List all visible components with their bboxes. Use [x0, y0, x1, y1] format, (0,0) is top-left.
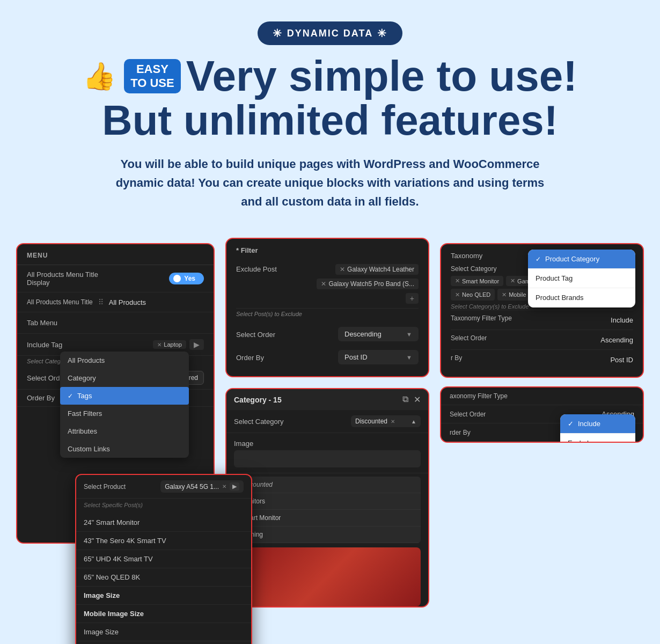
exclude-tag-1-close[interactable]: ✕	[340, 266, 345, 273]
product-expand-btn[interactable]: ▶	[230, 482, 239, 491]
rtag-smart-monitor[interactable]: ✕ Smart Monitor	[451, 276, 503, 286]
filter-type-row: Taxonomy Filter Type Include	[451, 310, 633, 330]
select-product-label: Select Product	[84, 483, 126, 491]
exclude-post-hint: Select Post(s) to Exclude	[236, 309, 419, 323]
dropdown-custom-links-label: Custom Links	[68, 445, 110, 453]
rtag-smart-monitor-close[interactable]: ✕	[455, 277, 460, 284]
product-item-2[interactable]: 43" The Sero 4K Smart TV	[76, 532, 251, 550]
cat-image-label: Image	[234, 440, 253, 448]
cat-dropdown-item-monitors[interactable]: Monitors	[234, 493, 421, 510]
product-item-1[interactable]: 24" Smart Monitor	[76, 514, 251, 532]
rtag-mobile[interactable]: ✕ Mobile	[497, 289, 530, 301]
select-order-label: Select Order	[236, 330, 275, 339]
product-item-3[interactable]: 65" UHD 4K Smart TV	[76, 550, 251, 568]
select-order-dropdown[interactable]: Descending ▼	[338, 327, 419, 341]
dropdown-attributes[interactable]: Attributes	[60, 422, 189, 440]
logo-badge: EASY TO USE	[124, 59, 181, 94]
include-tag-label: Include Tag	[27, 341, 62, 349]
right-order-by-label: r By	[451, 354, 462, 362]
cat-header-icons: ⧉ ✕	[402, 394, 421, 405]
tag-laptop-value: Laptop	[164, 341, 182, 348]
product-select-value[interactable]: Galaxy A54 5G 1... ✕ ▶	[160, 480, 244, 493]
cat-copy-icon[interactable]: ⧉	[402, 394, 408, 405]
right-top-panel: Taxonomy ✓ Product Category Product Tag …	[440, 243, 644, 378]
dropdown-all-products[interactable]: All Products	[60, 352, 189, 369]
subtitle: You will be able to build unique pages w…	[110, 155, 550, 211]
product-value-text: Galaxy A54 5G 1...	[165, 483, 219, 491]
all-products-field-row: All Products Menu Title ⠿ All Products	[17, 292, 214, 312]
tax-dropdown-product-tag[interactable]: Product Tag	[528, 269, 635, 288]
right-bottom-panel: axonomy Filter Type Select Order Ascendi…	[440, 386, 644, 443]
exclude-post-add-btn[interactable]: +	[406, 293, 419, 304]
thumbs-icon: 👍	[83, 61, 116, 92]
tab-menu-label: Tab Menu	[27, 319, 57, 327]
row1-sublabel: Display	[27, 279, 98, 287]
row2-value: All Products	[109, 298, 204, 306]
exclude-post-value: ✕ Galaxy Watch4 Leather ✕ Galaxy Watch5 …	[317, 264, 419, 304]
order-by-label: Order By	[27, 394, 55, 402]
filter-panel: * Filter Exclude Post ✕ Galaxy Watch4 Le…	[225, 238, 429, 377]
cat-selected-value: Discounted	[355, 418, 387, 425]
dropdown-custom-links[interactable]: Custom Links	[60, 440, 189, 458]
cat-product-image	[234, 547, 421, 606]
cat-select-label: Select Category	[234, 418, 284, 426]
mobile-image-label: Mobile Image Size	[84, 610, 144, 618]
select-product-row: Select Product Galaxy A54 5G 1... ✕ ▶	[76, 475, 251, 499]
rtag-mobile-close[interactable]: ✕	[502, 291, 507, 298]
menu-dropdown-overlay: All Products Category ✓ Tags Fast Filter…	[60, 352, 189, 458]
cat-image-row: Image	[226, 433, 428, 473]
dropdown-fast-filters[interactable]: Fast Filters	[60, 405, 189, 422]
order-by-label2: Order By	[236, 353, 264, 362]
tab-menu-row: Tab Menu	[17, 312, 214, 334]
dropdown-category[interactable]: Category	[60, 369, 189, 387]
badge-snowflake-right: ✳	[377, 27, 387, 40]
product-clear-btn[interactable]: ✕	[222, 484, 226, 489]
panels-area: MENU All Products Menu Title Display Yes…	[11, 238, 649, 608]
product-item-galaxy[interactable]: Galaxy A54 5G	[76, 641, 251, 644]
filter-panel-title: * Filter	[236, 246, 419, 254]
order-by-dropdown[interactable]: Post ID ▼	[338, 350, 419, 364]
exclude-tag-1[interactable]: ✕ Galaxy Watch4 Leather	[335, 264, 419, 275]
drag-icon: ⠿	[98, 298, 104, 306]
cat-dropdown-item-smart-monitor[interactable]: Smart Monitor	[234, 510, 421, 526]
categories-panel: Category - 15 ⧉ ✕ Select Category Discou…	[225, 388, 429, 608]
tfd-include-check: ✓	[568, 420, 574, 428]
exclude-post-label: Exclude Post	[236, 264, 277, 273]
tax-dropdown-product-category[interactable]: ✓ Product Category	[528, 250, 635, 269]
rtag-gaming-close[interactable]: ✕	[510, 277, 515, 284]
select-order-arrow: ▼	[406, 331, 412, 338]
header-section: ✳ DYNAMIC DATA ✳ 👍 EASY TO USE Very simp…	[11, 21, 649, 211]
rpb-filter-type-label: axonomy Filter Type	[450, 392, 508, 400]
cat-dropdown-item-gaming[interactable]: Gaming	[234, 526, 421, 543]
exclude-tag-2-close[interactable]: ✕	[321, 280, 326, 288]
dropdown-tags[interactable]: ✓ Tags	[60, 387, 189, 405]
tag-laptop-close[interactable]: ✕	[157, 342, 162, 348]
cat-select-value[interactable]: Discounted ✕ ▲	[351, 415, 421, 427]
main-title-line2: But unlimited features!	[11, 98, 649, 144]
product-item-image-size2: Image Size	[76, 623, 251, 641]
cat-close-icon[interactable]: ✕	[414, 394, 421, 405]
toggle-yes[interactable]: Yes	[169, 273, 204, 284]
cat-dropdown-item-discounted[interactable]: Discounted	[234, 477, 421, 493]
all-products-row: All Products Menu Title Display Yes	[17, 265, 214, 292]
page-wrapper: ✳ DYNAMIC DATA ✳ 👍 EASY TO USE Very simp…	[0, 0, 660, 644]
add-tag-btn[interactable]: ▶	[189, 339, 204, 350]
cat-title: Category - 15	[234, 396, 282, 404]
tfd-include[interactable]: ✓ Include	[560, 414, 635, 434]
cat-image-input[interactable]	[234, 450, 421, 467]
cat-clear-btn[interactable]: ✕	[391, 419, 395, 425]
tag-laptop[interactable]: ✕ Laptop	[153, 340, 186, 349]
rtag-neo-qled[interactable]: ✕ Neo QLED	[451, 289, 495, 301]
badge-snowflake-left: ✳	[273, 27, 283, 40]
rtag-neo-qled-close[interactable]: ✕	[455, 291, 460, 298]
dropdown-attributes-label: Attributes	[68, 427, 97, 435]
exclude-tag-2[interactable]: ✕ Galaxy Watch5 Pro Band (S...	[317, 279, 419, 289]
tax-filter-dropdown: ✓ Include Exclude	[560, 414, 635, 443]
product-item-4[interactable]: 65" Neo QLED 8K	[76, 568, 251, 587]
tax-dropdown-product-brands[interactable]: Product Brands	[528, 288, 635, 308]
dropdown-category-label: Category	[68, 374, 96, 382]
tfd-exclude[interactable]: Exclude	[560, 434, 635, 443]
cat-arrow-up: ▲	[411, 419, 416, 425]
cat-select-row: Select Category Discounted ✕ ▲	[226, 410, 428, 433]
dynamic-badge: ✳ DYNAMIC DATA ✳	[258, 21, 402, 45]
